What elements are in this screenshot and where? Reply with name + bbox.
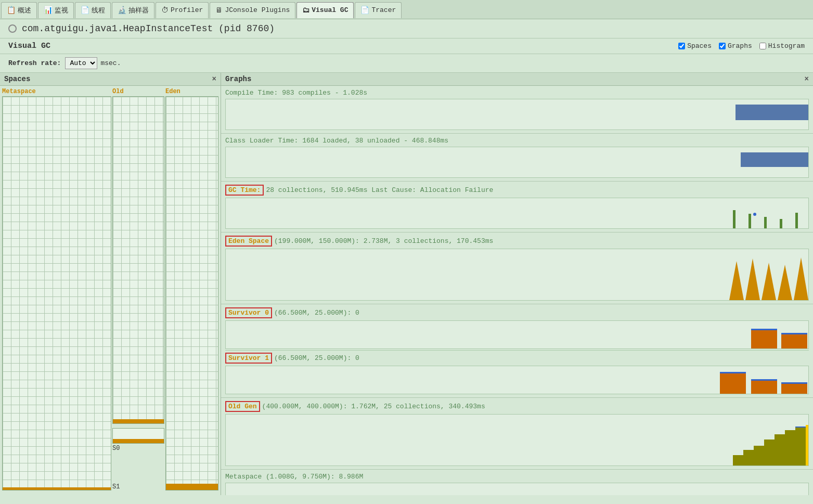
surv1-bar-1: [720, 372, 746, 394]
eden-space-rest-label: (199.000M, 150.000M): 2.738M, 3 collecti…: [274, 237, 493, 245]
tab-visualgc[interactable]: 🗂 Visual GC: [296, 2, 354, 18]
eden-space-chart: [225, 249, 809, 301]
gc-time-rest-label: 28 collections, 510.945ms Last Cause: Al…: [266, 186, 493, 194]
survivor0-label: Survivor 0 (66.500M, 25.000M): 0: [225, 307, 809, 318]
survivor1-boxed-label: Survivor 1: [225, 353, 272, 364]
gc-spike-5: [795, 213, 798, 228]
graphs-panel-title: Graphs: [225, 75, 251, 83]
old-fill: [113, 419, 164, 423]
spaces-inner: Metaspace Old: [0, 86, 221, 493]
status-circle: [8, 24, 17, 33]
tab-sampler-label: 抽样器: [128, 6, 149, 15]
metaspace-chart: [225, 483, 809, 495]
survivors-section: Survivor 0 (66.500M, 25.000M): 0 Survivo…: [221, 304, 813, 398]
tab-tracer[interactable]: 📄 Tracer: [355, 2, 402, 18]
metaspace-grid: [2, 96, 111, 490]
visual-gc-title: Visual GC: [8, 42, 50, 50]
tab-profiler[interactable]: ⏱ Profiler: [156, 2, 209, 18]
spaces-close-button[interactable]: ×: [212, 75, 216, 83]
old-gen-bars: [733, 425, 808, 466]
old-label: Old: [112, 88, 164, 95]
tab-threads-label: 线程: [92, 6, 105, 15]
oldgen-step-3: [754, 446, 764, 466]
tab-overview-label: 概述: [18, 6, 31, 15]
survivor1-label: Survivor 1 (66.500M, 25.000M): 0: [225, 353, 809, 364]
tab-jconsole-label: JConsole Plugins: [225, 6, 290, 14]
survivor1-chart: [225, 366, 809, 394]
eden-peak-3: [762, 263, 776, 300]
spaces-panel: Spaces × Metaspace Old: [0, 73, 221, 495]
old-gen-chart: [225, 414, 809, 466]
graphs-panel-header: Graphs ×: [221, 73, 813, 86]
spaces-checkbox-item[interactable]: Spaces: [678, 42, 712, 50]
old-gen-boxed-label: Old Gen: [225, 401, 260, 412]
surv1-bar-2: [751, 379, 777, 394]
compile-time-label: Compile Time: 983 compiles - 1.028s: [225, 89, 809, 97]
monitor-icon: 📊: [44, 6, 53, 15]
spaces-panel-title: Spaces: [4, 75, 30, 83]
threads-icon: 📄: [81, 6, 89, 15]
eden-label: Eden: [165, 88, 218, 95]
oldgen-step-7: [795, 427, 806, 466]
spaces-checkbox[interactable]: [678, 43, 685, 49]
metaspace-column: Metaspace: [2, 88, 111, 490]
gc-spike-4: [780, 219, 782, 228]
histogram-checkbox-item[interactable]: Histogram: [759, 42, 805, 50]
metaspace-label: Metaspace: [2, 88, 111, 95]
metaspace-graph-label: Metaspace (1.008G, 9.750M): 8.986M: [225, 473, 809, 481]
profiler-icon: ⏱: [161, 6, 169, 15]
surv0-bar-2: [781, 333, 807, 348]
tab-tracer-label: Tracer: [371, 6, 396, 14]
eden-bar: [165, 96, 218, 490]
tab-monitor-label: 监视: [55, 6, 68, 15]
refresh-select[interactable]: Auto: [65, 57, 97, 69]
eden-peak-4: [778, 265, 792, 300]
old-column: Old S0 S1: [112, 88, 164, 490]
surv-divider: [225, 350, 809, 351]
graphs-checkbox[interactable]: [719, 43, 726, 49]
compile-time-section: Compile Time: 983 compiles - 1.028s: [221, 86, 813, 134]
tab-visualgc-label: Visual GC: [312, 6, 348, 14]
eden-peak-5: [794, 257, 808, 300]
old-grid: [113, 97, 164, 423]
compile-time-chart: [225, 99, 809, 130]
s0-label: S0: [112, 445, 164, 452]
histogram-checkbox[interactable]: [759, 43, 766, 49]
old-bar: [112, 96, 164, 424]
eden-space-section: Eden Space (199.000M, 150.000M): 2.738M,…: [221, 232, 813, 304]
tab-sampler[interactable]: 🔬 抽样器: [112, 2, 154, 18]
histogram-checkbox-label: Histogram: [768, 42, 805, 50]
visualgc-icon: 🗂: [302, 6, 309, 15]
tracer-icon: 📄: [360, 6, 369, 15]
s-labels-area: S0 S1: [112, 426, 164, 490]
surv1-bar-3: [781, 382, 807, 394]
app-title: com.atguigu.java1.HeapInstanceTest (pid …: [22, 23, 275, 34]
survivor0-chart: [225, 320, 809, 349]
eden-fill: [166, 484, 218, 490]
graphs-checkbox-item[interactable]: Graphs: [719, 42, 752, 50]
metaspace-fill: [3, 487, 111, 490]
gc-time-section: GC Time: 28 collections, 510.945ms Last …: [221, 182, 813, 232]
class-loader-label: Class Loader Time: 1684 loaded, 38 unloa…: [225, 137, 809, 145]
old-gen-label: Old Gen (400.000M, 400.000M): 1.762M, 25…: [225, 401, 809, 412]
eden-peak-1: [729, 261, 744, 300]
oldgen-step-4: [764, 440, 775, 466]
graphs-checkbox-label: Graphs: [728, 42, 752, 50]
main-content: Spaces × Metaspace Old: [0, 73, 813, 495]
tab-monitor[interactable]: 📊 监视: [38, 2, 74, 18]
old-eden-area: Old S0 S1 Eden: [112, 88, 218, 490]
gc-spike-2: [749, 214, 751, 228]
visual-gc-header: Visual GC Spaces Graphs Histogram: [0, 38, 813, 54]
gc-spike-1: [733, 210, 735, 228]
tab-jconsole[interactable]: 🖥 JConsole Plugins: [210, 2, 295, 18]
oldgen-cursor: [806, 425, 808, 466]
old-gen-section: Old Gen (400.000M, 400.000M): 1.762M, 25…: [221, 398, 813, 470]
class-loader-bar: [741, 152, 808, 167]
tab-overview[interactable]: 📋 概述: [1, 2, 37, 18]
tab-threads[interactable]: 📄 线程: [75, 2, 111, 18]
metaspace-graph-text: Metaspace (1.008G, 9.750M): 8.986M: [225, 473, 363, 481]
graphs-close-button[interactable]: ×: [805, 75, 809, 83]
class-loader-chart: [225, 147, 809, 178]
gc-time-boxed-label: GC Time:: [225, 185, 264, 196]
eden-space-label: Eden Space (199.000M, 150.000M): 2.738M,…: [225, 236, 809, 247]
